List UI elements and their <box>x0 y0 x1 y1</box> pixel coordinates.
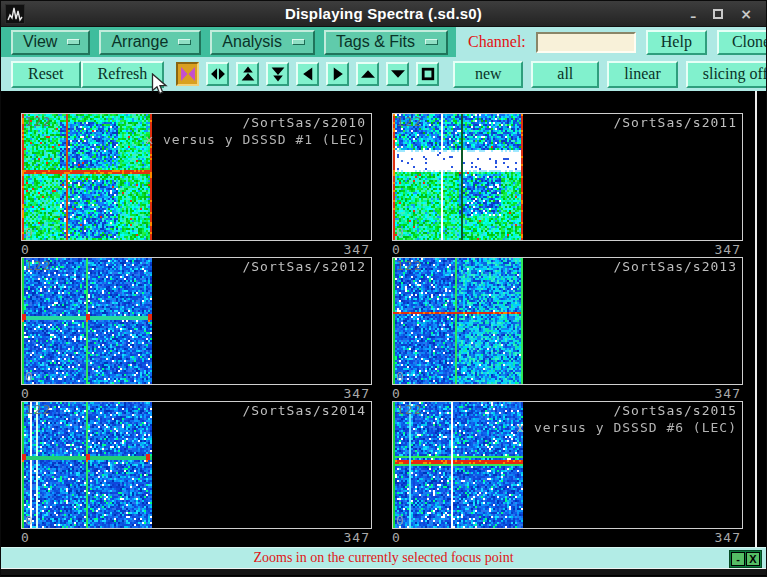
y-max-label: 122 <box>396 258 422 273</box>
y-min-label: 0 <box>396 513 405 528</box>
x-max-label: 347 <box>344 530 370 544</box>
menu-analysis-label: Analysis <box>222 33 282 51</box>
spectrum-path-label: /SortSas/s2011 <box>613 115 737 130</box>
spectrum-subtitle: x versus y DSSSD #6 (LEC) <box>516 420 737 435</box>
x-min-label: 0 <box>392 530 401 544</box>
spectrum-panel-cell: 122 /SortSas/s2010 x versus y DSSSD #1 (… <box>21 113 372 257</box>
expand-horizontal-button[interactable] <box>206 62 229 86</box>
option-menu-indicator-icon <box>178 39 191 45</box>
menu-tags-fits[interactable]: Tags & Fits <box>324 30 448 55</box>
spectrum-path-label: /SortSas/s2012 <box>242 259 366 274</box>
menu-row: View Arrange Analysis Tags & Fits Channe… <box>1 27 766 57</box>
step-left-button[interactable] <box>296 62 319 86</box>
window-title: Displaying Spectra (.sd.s0) <box>1 5 766 22</box>
titlebar: Displaying Spectra (.sd.s0) – × <box>1 1 766 27</box>
channel-label: Channel: <box>468 33 526 51</box>
menu-arrange[interactable]: Arrange <box>99 30 201 55</box>
display-right-border <box>755 91 757 547</box>
maximize-icon[interactable] <box>713 9 723 19</box>
spectrum-plot[interactable]: 122 /SortSas/s2010 x versus y DSSSD #1 (… <box>21 113 372 241</box>
x-axis: 0 347 <box>21 241 372 256</box>
status-window-controls: - X <box>729 550 762 568</box>
new-button[interactable]: new <box>453 61 523 88</box>
menu-view-label: View <box>23 33 57 51</box>
x-max-label: 347 <box>715 530 741 544</box>
spectrum-action-buttons: new all linear slicing off <box>453 61 767 88</box>
page-down-button[interactable] <box>266 62 289 86</box>
help-button[interactable]: Help <box>646 30 707 55</box>
toolbar: Reset Refresh <box>1 57 766 91</box>
app-window: Displaying Spectra (.sd.s0) – × View Arr… <box>0 0 767 577</box>
refresh-button[interactable]: Refresh <box>81 61 165 88</box>
spectrum-heatmap[interactable] <box>393 114 523 240</box>
spectrum-subtitle: x versus y DSSSD #1 (LEC) <box>145 132 366 147</box>
spectrum-path-label: /SortSas/s2015 <box>613 403 737 418</box>
spectrum-plot[interactable]: 122 /SortSas/s2011 0 <box>392 113 743 241</box>
window-bottom-border <box>1 569 766 575</box>
spectrum-heatmap[interactable] <box>393 258 523 384</box>
spectrum-plot[interactable]: 122 /SortSas/s2015 x versus y DSSSD #6 (… <box>392 401 743 529</box>
zoom-focus-icon <box>180 66 196 82</box>
menu-view[interactable]: View <box>11 30 90 55</box>
zoom-focus-button[interactable] <box>176 62 199 86</box>
menu-strip: View Arrange Analysis Tags & Fits <box>1 27 456 57</box>
reset-button[interactable]: Reset <box>11 61 81 88</box>
channel-area: Channel: Help Clone ✔ <box>456 27 767 57</box>
spectrum-heatmap[interactable] <box>22 258 152 384</box>
spectrum-plot[interactable]: 122 /SortSas/s2013 0 <box>392 257 743 385</box>
page-up-button[interactable] <box>236 62 259 86</box>
slicing-button[interactable]: slicing off <box>686 61 767 88</box>
clone-button[interactable]: Clone <box>717 30 767 55</box>
x-axis: 0 347 <box>392 241 743 256</box>
x-axis: 0 347 <box>21 385 372 400</box>
full-view-button[interactable] <box>416 62 439 86</box>
option-menu-indicator-icon <box>67 39 80 45</box>
page-down-icon <box>270 66 286 82</box>
status-hint-text: Zooms in on the currently selected focus… <box>253 550 513 566</box>
y-max-label: 122 <box>25 258 51 273</box>
x-max-label: 347 <box>344 386 370 400</box>
step-down-button[interactable] <box>386 62 409 86</box>
y-max-label: 122 <box>396 402 422 417</box>
step-down-icon <box>390 66 406 82</box>
spectrum-panel-cell: 122 /SortSas/s2014 0 0 347 <box>21 401 372 545</box>
channel-input[interactable] <box>536 32 636 53</box>
y-min-label: 0 <box>396 225 405 240</box>
spectrum-heatmap[interactable] <box>393 402 523 528</box>
spectrum-plot[interactable]: 122 /SortSas/s2014 0 <box>21 401 372 529</box>
spectra-grid: 122 /SortSas/s2010 x versus y DSSSD #1 (… <box>21 113 766 545</box>
y-min-label: 0 <box>25 513 34 528</box>
status-close-icon[interactable]: X <box>746 552 760 566</box>
spectrum-path-label: /SortSas/s2013 <box>613 259 737 274</box>
spectrum-panel-cell: 122 /SortSas/s2012 0 0 347 <box>21 257 372 401</box>
app-spectrum-icon <box>5 4 25 24</box>
all-button[interactable]: all <box>531 61 599 88</box>
spectrum-heatmap[interactable] <box>22 114 152 240</box>
step-right-icon <box>330 66 346 82</box>
minimize-icon[interactable]: – <box>690 11 696 23</box>
y-max-label: 122 <box>396 114 422 129</box>
y-min-label: 0 <box>396 369 405 384</box>
step-right-button[interactable] <box>326 62 349 86</box>
full-view-icon <box>420 66 436 82</box>
y-max-label: 122 <box>25 402 51 417</box>
x-min-label: 0 <box>21 386 30 400</box>
status-minimize-icon[interactable]: - <box>731 552 745 566</box>
spectrum-panel-cell: 122 /SortSas/s2015 x versus y DSSSD #6 (… <box>392 401 743 545</box>
menu-analysis[interactable]: Analysis <box>210 30 315 55</box>
spectrum-path-label: /SortSas/s2014 <box>242 403 366 418</box>
x-max-label: 347 <box>715 242 741 256</box>
spectrum-panel-cell: 122 /SortSas/s2011 0 0 347 <box>392 113 743 257</box>
spectrum-heatmap[interactable] <box>22 402 152 528</box>
step-up-button[interactable] <box>356 62 379 86</box>
spectrum-plot[interactable]: 122 /SortSas/s2012 0 <box>21 257 372 385</box>
x-min-label: 0 <box>21 530 30 544</box>
navigation-tools <box>176 62 439 86</box>
option-menu-indicator-icon <box>292 39 305 45</box>
close-icon[interactable]: × <box>740 7 752 21</box>
option-menu-indicator-icon <box>425 39 438 45</box>
menu-arrange-label: Arrange <box>111 33 168 51</box>
x-max-label: 347 <box>715 386 741 400</box>
spectrum-panel-cell: 122 /SortSas/s2013 0 0 347 <box>392 257 743 401</box>
linear-button[interactable]: linear <box>607 61 677 88</box>
